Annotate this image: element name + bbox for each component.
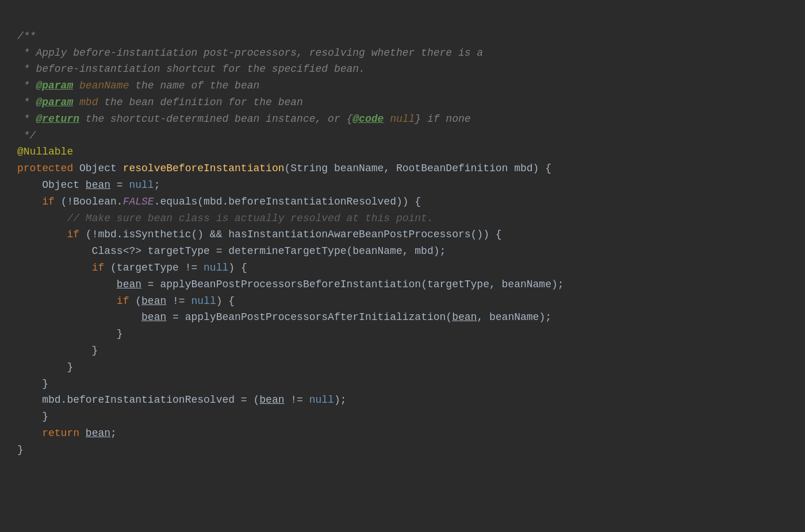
- annotation: @Nullable: [17, 146, 73, 157]
- comment-line-2: * Apply before-instantiation post-proces…: [17, 47, 483, 59]
- comment-line-1: /**: [17, 30, 36, 42]
- variable-bean-1: bean: [86, 179, 110, 191]
- comment-line-5: * @param mbd the bean definition for the…: [17, 97, 303, 108]
- code-editor: /** * Apply before-instantiation post-pr…: [17, 11, 788, 458]
- comment-line-6: * @return the shortcut-determined bean i…: [17, 113, 471, 125]
- comment-line-3: * before-instantiation shortcut for the …: [17, 63, 365, 75]
- comment-line-7: */: [17, 130, 36, 141]
- comment-line-4: * @param beanName the name of the bean: [17, 80, 259, 91]
- method-signature: protected Object resolveBeforeInstantiat…: [17, 163, 551, 174]
